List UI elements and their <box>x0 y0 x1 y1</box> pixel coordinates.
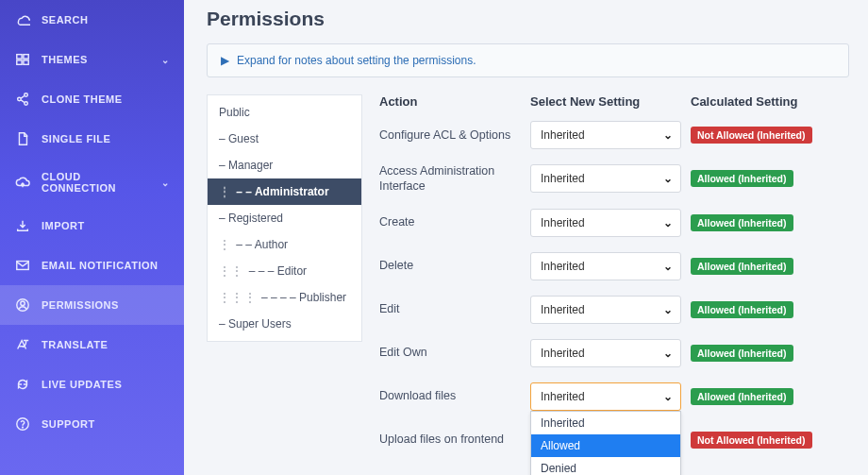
sidebar-item-label: CLOUD CONNECTION <box>42 171 150 194</box>
group-label: – – Administrator <box>236 185 328 198</box>
sidebar-item-support[interactable]: SUPPORT <box>0 404 184 444</box>
col-calculated: Calculated Setting <box>691 94 823 109</box>
group-item[interactable]: Public <box>208 99 361 126</box>
dropdown-option[interactable]: Allowed <box>531 434 680 457</box>
action-label: Delete <box>379 258 530 273</box>
main-content: Permissions ▶ Expand for notes about set… <box>184 0 868 475</box>
cloud-sync-icon <box>15 175 30 190</box>
setting-select[interactable]: Inherited⌄ <box>530 339 681 367</box>
setting-select[interactable]: Inherited⌄ <box>530 121 681 149</box>
col-action: Action <box>379 94 530 109</box>
permission-row: EditInherited⌄Allowed (Inherited) <box>379 295 849 325</box>
expand-notes-banner[interactable]: ▶ Expand for notes about setting the per… <box>207 43 849 77</box>
dropdown-option[interactable]: Denied <box>531 457 680 476</box>
sidebar-item-label: EMAIL NOTIFICATION <box>42 260 169 271</box>
sidebar-item-label: TRANSLATE <box>42 339 169 350</box>
sidebar-item-single-file[interactable]: SINGLE FILE <box>0 119 184 159</box>
calculated-badge: Not Allowed (Inherited) <box>691 127 812 144</box>
group-label: – – – – Publisher <box>261 291 346 304</box>
chevron-down-icon: ⌄ <box>663 347 673 360</box>
sidebar-item-label: PERMISSIONS <box>42 299 169 311</box>
sidebar-item-permissions[interactable]: PERMISSIONS <box>0 285 184 325</box>
calculated-badge: Allowed (Inherited) <box>691 170 793 187</box>
sidebar-item-label: IMPORT <box>42 220 169 231</box>
share-icon <box>15 92 30 107</box>
group-label: – – Author <box>236 238 288 251</box>
chevron-down-icon: ⌄ <box>663 260 673 273</box>
select-value: Inherited <box>541 303 585 316</box>
sidebar-item-label: SEARCH <box>42 14 169 25</box>
setting-select[interactable]: Inherited⌄ <box>530 164 681 193</box>
setting-select[interactable]: Inherited⌄ <box>530 209 681 237</box>
select-value: Inherited <box>541 347 585 360</box>
setting-dropdown[interactable]: InheritedAllowedDenied <box>530 411 681 476</box>
group-label: – Registered <box>219 212 283 225</box>
setting-select[interactable]: Inherited⌄ <box>530 382 681 411</box>
chevron-down-icon: ⌄ <box>161 178 170 188</box>
calculated-badge: Allowed (Inherited) <box>691 301 793 318</box>
group-item[interactable]: ⋮ – – Author <box>208 231 361 258</box>
calculated-badge: Allowed (Inherited) <box>691 258 793 275</box>
sidebar-item-label: LIVE UPDATES <box>42 379 169 390</box>
translate-icon <box>15 337 30 352</box>
mail-icon <box>15 258 30 273</box>
sidebar-item-themes[interactable]: THEMES⌄ <box>0 40 184 79</box>
setting-select[interactable]: Inherited⌄ <box>530 252 681 280</box>
dropdown-option[interactable]: Inherited <box>531 412 680 434</box>
group-label: – Guest <box>219 132 259 145</box>
sidebar-item-label: CLONE THEME <box>42 93 169 105</box>
refresh-icon <box>15 377 30 392</box>
chevron-down-icon: ⌄ <box>161 55 170 65</box>
chevron-down-icon: ⌄ <box>663 172 673 185</box>
chevron-down-icon: ⌄ <box>663 216 673 229</box>
col-setting: Select New Setting <box>530 94 691 109</box>
notice-text: Expand for notes about setting the permi… <box>237 54 476 67</box>
group-item[interactable]: – Manager <box>208 152 361 178</box>
select-value: Inherited <box>541 390 585 403</box>
sidebar-item-import[interactable]: IMPORT <box>0 206 184 246</box>
help-icon <box>15 416 30 432</box>
action-label: Configure ACL & Options <box>379 127 530 143</box>
chevron-down-icon: ⌄ <box>663 390 673 403</box>
group-item[interactable]: – Registered <box>208 205 361 231</box>
permission-row: CreateInherited⌄Allowed (Inherited) <box>379 208 849 238</box>
select-value: Inherited <box>541 128 585 142</box>
calculated-badge: Allowed (Inherited) <box>691 388 793 405</box>
group-item[interactable]: ⋮ ⋮ – – – Editor <box>208 258 361 284</box>
action-label: Download files <box>379 388 530 403</box>
action-label: Edit <box>379 301 530 316</box>
user-circle-icon <box>15 297 30 313</box>
select-value: Inherited <box>541 172 585 185</box>
chevron-down-icon: ⌄ <box>663 128 673 142</box>
action-label: Create <box>379 214 530 229</box>
sidebar-item-cloud-connection[interactable]: CLOUD CONNECTION⌄ <box>0 159 184 206</box>
calculated-badge: Allowed (Inherited) <box>691 345 793 362</box>
sidebar-item-email-notification[interactable]: EMAIL NOTIFICATION <box>0 246 184 285</box>
themes-icon <box>15 52 30 67</box>
group-item[interactable]: – Super Users <box>208 311 361 337</box>
sidebar: SEARCHTHEMES⌄CLONE THEMESINGLE FILECLOUD… <box>0 0 184 475</box>
sidebar-item-label: SUPPORT <box>42 418 169 430</box>
group-label: – Manager <box>219 159 273 172</box>
setting-select[interactable]: Inherited⌄ <box>530 296 681 324</box>
triangle-right-icon: ▶ <box>221 54 229 67</box>
sidebar-item-label: SINGLE FILE <box>42 133 169 144</box>
calculated-badge: Allowed (Inherited) <box>691 214 793 231</box>
action-label: Access Administration Interface <box>379 163 530 195</box>
group-item[interactable]: ⋮ – – Administrator <box>208 178 361 205</box>
sidebar-item-clone-theme[interactable]: CLONE THEME <box>0 79 184 119</box>
group-label: – Super Users <box>219 317 292 331</box>
permission-row: DeleteInherited⌄Allowed (Inherited) <box>379 251 849 281</box>
sidebar-item-live-updates[interactable]: LIVE UPDATES <box>0 365 184 404</box>
sidebar-item-translate[interactable]: TRANSLATE <box>0 325 184 365</box>
select-value: Inherited <box>541 260 585 273</box>
sidebar-item-label: THEMES <box>42 54 150 65</box>
permissions-table: Action Select New Setting Calculated Set… <box>379 94 849 455</box>
import-icon <box>15 218 30 233</box>
permission-row: Download filesInherited⌄InheritedAllowed… <box>379 382 849 412</box>
file-icon <box>15 131 30 146</box>
group-item[interactable]: ⋮ ⋮ ⋮ – – – – Publisher <box>208 284 361 311</box>
calculated-badge: Not Allowed (Inherited) <box>691 432 812 449</box>
group-item[interactable]: – Guest <box>208 126 361 152</box>
sidebar-item-search[interactable]: SEARCH <box>0 0 184 40</box>
